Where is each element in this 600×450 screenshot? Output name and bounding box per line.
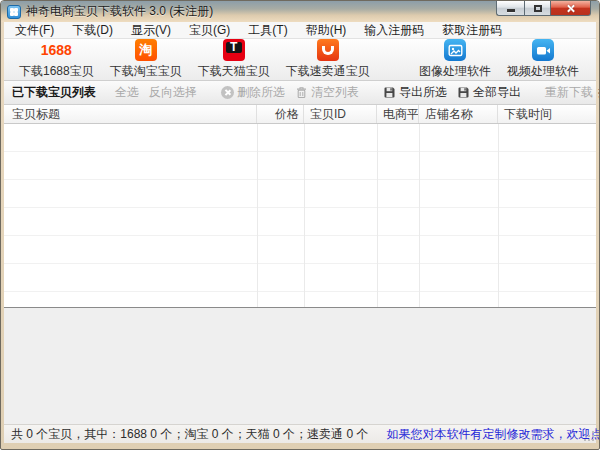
table-row: [4, 292, 596, 308]
downloaded-list-title: 已下载宝贝列表: [12, 84, 96, 101]
menu-enter-license[interactable]: 输入注册码: [355, 22, 433, 39]
maximize-icon: [534, 5, 542, 12]
contact-us-link[interactable]: 如果您对本软件有定制修改需求，欢迎点击这里联系我们: [386, 426, 600, 443]
delete-icon: [221, 86, 234, 99]
status-bar: 共 0 个宝贝，其中：1688 0 个；淘宝 0 个；天猫 0 个；速卖通 0 …: [4, 424, 596, 443]
window-content: 文件(F) 下载(D) 显示(V) 宝贝(G) 工具(T) 帮助(H) 输入注册…: [4, 22, 596, 443]
column-header-time[interactable]: 下载时间: [498, 105, 596, 123]
close-icon: [566, 4, 575, 13]
logo-1688-icon: 1688: [41, 39, 72, 61]
download-taobao-button[interactable]: 淘 下载淘宝宝贝: [103, 38, 189, 81]
table-row: [4, 208, 596, 236]
menu-bar: 文件(F) 下载(D) 显示(V) 宝贝(G) 工具(T) 帮助(H) 输入注册…: [4, 22, 596, 39]
clear-list-button[interactable]: 清空列表: [295, 84, 359, 101]
table-row: [4, 236, 596, 264]
table-header: 宝贝标题 价格 宝贝ID 电商平台 店铺名称 下载时间: [4, 105, 596, 124]
table-row: [4, 180, 596, 208]
status-summary: 共 0 个宝贝，其中：1688 0 个；淘宝 0 个；天猫 0 个；速卖通 0 …: [11, 426, 368, 443]
export-all-button[interactable]: 全部导出: [457, 84, 521, 101]
menu-view[interactable]: 显示(V): [122, 22, 180, 39]
app-window: 神奇电商宝贝下载软件 3.0 (未注册) 文件(F) 下载(D) 显示(V) 宝…: [0, 0, 600, 450]
menu-download[interactable]: 下载(D): [63, 22, 122, 39]
download-aliexpress-button[interactable]: 下载速卖通宝贝: [279, 38, 377, 81]
menu-get-license[interactable]: 获取注册码: [433, 22, 511, 39]
column-header-platform[interactable]: 电商平台: [377, 105, 419, 123]
window-controls: [496, 1, 591, 16]
column-header-price[interactable]: 价格: [257, 105, 304, 123]
download-tmall-button[interactable]: T 下载天猫宝贝: [191, 38, 277, 81]
minimize-icon: [507, 9, 515, 12]
select-all-button[interactable]: 全选: [115, 84, 139, 101]
download-1688-button[interactable]: 1688 下载1688宝贝: [12, 38, 101, 81]
grid-line: [377, 124, 378, 307]
column-header-shop[interactable]: 店铺名称: [419, 105, 498, 123]
minimize-button[interactable]: [496, 1, 524, 16]
grid-line: [419, 124, 420, 307]
maximize-button[interactable]: [524, 1, 551, 16]
download-tmall-label: 下载天猫宝贝: [198, 63, 270, 80]
main-toolbar: 1688 下载1688宝贝 淘 下载淘宝宝贝 T 下载天猫宝贝 下载速卖通宝贝: [4, 39, 596, 81]
download-taobao-label: 下载淘宝宝贝: [110, 63, 182, 80]
app-icon: [7, 5, 21, 19]
video-software-button[interactable]: 视频处理软件: [500, 38, 586, 81]
toolbar-right-group: 图像处理软件 视频处理软件: [412, 38, 588, 81]
image-software-button[interactable]: 图像处理软件: [412, 38, 498, 81]
menu-file[interactable]: 文件(F): [6, 22, 63, 39]
grid-line: [498, 124, 499, 307]
empty-panel: [4, 308, 596, 424]
export-all-label: 全部导出: [473, 84, 521, 101]
save-all-icon: [457, 86, 470, 99]
title-bar: 神奇电商宝贝下载软件 3.0 (未注册): [1, 1, 599, 22]
delete-selected-label: 删除所选: [237, 84, 285, 101]
trash-icon: [295, 86, 308, 99]
image-software-label: 图像处理软件: [419, 63, 491, 80]
table-body: [4, 124, 596, 308]
menu-item-product[interactable]: 宝贝(G): [180, 22, 239, 39]
export-selected-label: 导出所选: [399, 84, 447, 101]
grid-line: [257, 124, 258, 307]
image-software-icon: [444, 39, 466, 61]
menu-help[interactable]: 帮助(H): [297, 22, 356, 39]
menu-tools[interactable]: 工具(T): [239, 22, 296, 39]
video-software-icon: [532, 39, 554, 61]
delete-selected-button[interactable]: 删除所选: [221, 84, 285, 101]
resize-grip[interactable]: [583, 430, 595, 442]
close-button[interactable]: [551, 1, 591, 16]
tmall-logo-icon: T: [223, 39, 245, 61]
download-aliexpress-label: 下载速卖通宝贝: [286, 63, 370, 80]
column-header-id[interactable]: 宝贝ID: [304, 105, 377, 123]
aliexpress-logo-icon: [317, 39, 339, 61]
table-row: [4, 152, 596, 180]
column-header-title[interactable]: 宝贝标题: [4, 105, 257, 123]
window-title: 神奇电商宝贝下载软件 3.0 (未注册): [26, 3, 213, 20]
invert-selection-button[interactable]: 反向选择: [149, 84, 197, 101]
export-selected-button[interactable]: 导出所选: [383, 84, 447, 101]
table-row: [4, 264, 596, 292]
download-1688-label: 下载1688宝贝: [19, 63, 94, 80]
save-icon: [383, 86, 396, 99]
table-row: [4, 124, 596, 152]
grid-line: [304, 124, 305, 307]
redownload-button[interactable]: 重新下载: [545, 84, 593, 101]
list-action-bar: 已下载宝贝列表 全选 反向选择 删除所选 清空列表 导出所选 全部导出: [4, 81, 596, 105]
taobao-logo-icon: 淘: [135, 39, 157, 61]
clear-list-label: 清空列表: [311, 84, 359, 101]
video-software-label: 视频处理软件: [507, 63, 579, 80]
